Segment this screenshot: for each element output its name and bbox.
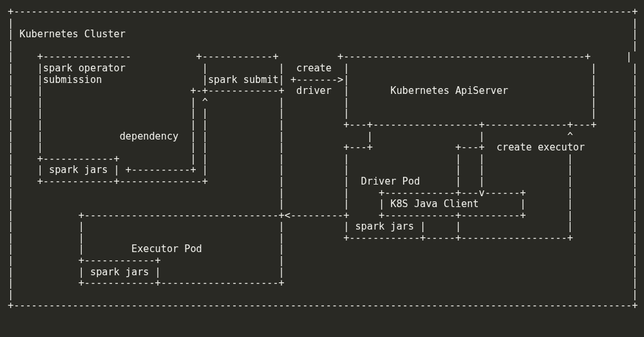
ascii-diagram: +---------------------------------------… xyxy=(0,0,644,318)
